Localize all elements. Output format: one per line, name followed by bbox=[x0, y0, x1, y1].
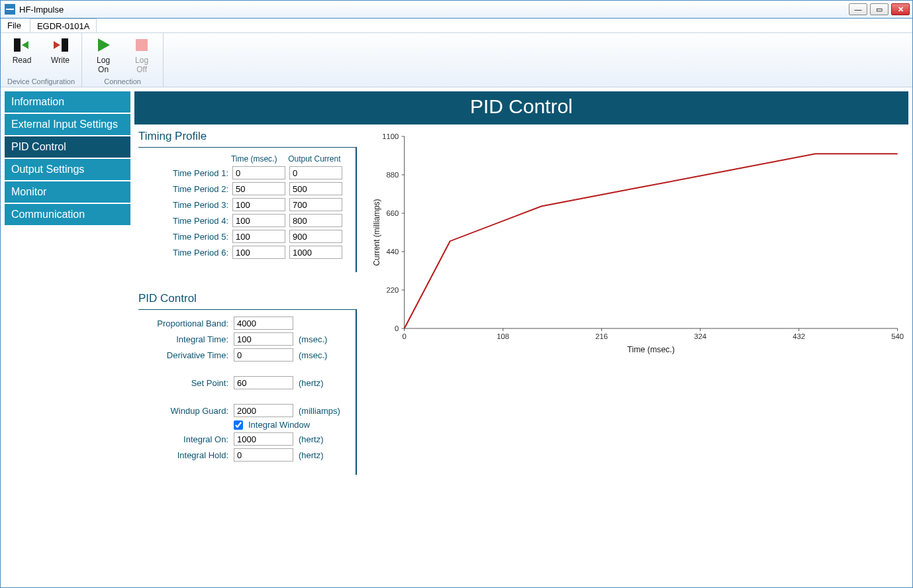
minimize-button[interactable]: — bbox=[849, 3, 867, 15]
ribbon-group-device-label: Device Configuration bbox=[7, 77, 75, 85]
timing-output-input-2[interactable] bbox=[289, 182, 342, 195]
svg-text:Time (msec.): Time (msec.) bbox=[627, 345, 675, 354]
timing-row-label: Time Period 3: bbox=[142, 200, 228, 210]
timing-row-label: Time Period 2: bbox=[142, 184, 228, 194]
timing-row: Time Period 6: bbox=[142, 246, 344, 259]
write-button[interactable]: Write bbox=[46, 36, 75, 65]
close-button[interactable]: ✕ bbox=[891, 3, 910, 15]
read-icon bbox=[13, 36, 31, 54]
timing-row-label: Time Period 5: bbox=[142, 232, 228, 242]
window-title: HF-Impulse bbox=[19, 5, 64, 15]
windup-label: Windup Guard: bbox=[142, 406, 228, 416]
logon-button[interactable]: Log On bbox=[89, 36, 118, 74]
proportional-label: Proportional Band: bbox=[142, 318, 228, 328]
setpoint-input[interactable] bbox=[234, 376, 293, 389]
integral-time-input[interactable] bbox=[234, 332, 293, 346]
read-button[interactable]: Read bbox=[7, 36, 36, 65]
sidebar-item-output-settings[interactable]: Output Settings bbox=[5, 159, 130, 180]
write-icon bbox=[51, 36, 70, 54]
pid-panel: Proportional Band: Integral Time: (msec.… bbox=[138, 309, 357, 475]
integral-on-input[interactable] bbox=[234, 432, 293, 446]
device-tab[interactable]: EGDR-0101A bbox=[30, 19, 97, 32]
ribbon-group-conn-label: Connection bbox=[89, 77, 156, 85]
integral-window-label: Integral Window bbox=[248, 420, 310, 430]
timing-row-label: Time Period 4: bbox=[142, 216, 228, 226]
timing-section-title: Timing Profile bbox=[138, 130, 357, 143]
timing-time-input-4[interactable] bbox=[232, 214, 285, 227]
sidebar-item-information[interactable]: Information bbox=[5, 91, 130, 113]
timing-output-input-4[interactable] bbox=[289, 214, 342, 227]
sidebar-item-monitor[interactable]: Monitor bbox=[5, 181, 130, 203]
windup-input[interactable] bbox=[234, 404, 293, 417]
svg-text:540: 540 bbox=[891, 332, 904, 340]
derivative-time-input[interactable] bbox=[234, 348, 293, 362]
timing-row-label: Time Period 1: bbox=[142, 168, 228, 178]
svg-text:440: 440 bbox=[386, 248, 399, 256]
timing-time-input-6[interactable] bbox=[232, 246, 285, 259]
timing-row-label: Time Period 6: bbox=[142, 248, 228, 258]
timing-col-time: Time (msec.) bbox=[230, 154, 281, 164]
integral-on-unit: (hertz) bbox=[299, 434, 324, 444]
timing-row: Time Period 4: bbox=[142, 214, 344, 227]
integral-time-unit: (msec.) bbox=[299, 334, 327, 344]
window-titlebar: HF-Impulse — ▭ ✕ bbox=[0, 0, 913, 19]
svg-text:0: 0 bbox=[395, 324, 399, 332]
timing-output-input-5[interactable] bbox=[289, 230, 342, 243]
timing-output-input-3[interactable] bbox=[289, 198, 342, 211]
svg-text:324: 324 bbox=[694, 332, 706, 340]
svg-rect-0 bbox=[14, 38, 21, 52]
sidebar: InformationExternal Input SettingsPID Co… bbox=[5, 91, 130, 583]
menu-file[interactable]: File bbox=[1, 19, 28, 32]
timing-row: Time Period 1: bbox=[142, 166, 344, 179]
timing-row: Time Period 2: bbox=[142, 182, 344, 195]
svg-rect-2 bbox=[136, 39, 148, 51]
timing-col-output: Output Current bbox=[287, 154, 344, 164]
setpoint-label: Set Point: bbox=[142, 378, 228, 388]
integral-hold-input[interactable] bbox=[234, 448, 293, 462]
derivative-time-unit: (msec.) bbox=[299, 350, 327, 360]
timing-chart: 022044066088011000108216324432540Time (m… bbox=[370, 130, 904, 475]
integral-on-label: Integral On: bbox=[142, 434, 228, 444]
timing-time-input-1[interactable] bbox=[232, 166, 285, 179]
sidebar-item-communication[interactable]: Communication bbox=[5, 204, 130, 225]
timing-row: Time Period 3: bbox=[142, 198, 344, 211]
integral-hold-unit: (hertz) bbox=[299, 450, 324, 460]
timing-row: Time Period 5: bbox=[142, 230, 344, 243]
pid-section-title: PID Control bbox=[138, 292, 357, 305]
svg-text:660: 660 bbox=[386, 209, 399, 217]
svg-text:108: 108 bbox=[497, 332, 509, 340]
svg-text:220: 220 bbox=[386, 286, 399, 294]
svg-text:Current (milliamps): Current (milliamps) bbox=[372, 199, 381, 266]
timing-time-input-5[interactable] bbox=[232, 230, 285, 243]
timing-panel: Time (msec.) Output Current Time Period … bbox=[138, 147, 357, 272]
svg-text:0: 0 bbox=[403, 332, 407, 340]
svg-text:880: 880 bbox=[386, 171, 399, 179]
svg-text:432: 432 bbox=[793, 332, 805, 340]
timing-output-input-1[interactable] bbox=[289, 166, 342, 179]
menubar: File EGDR-0101A bbox=[1, 19, 912, 33]
derivative-time-label: Derivative Time: bbox=[142, 350, 228, 360]
svg-text:216: 216 bbox=[595, 332, 608, 340]
play-icon bbox=[94, 36, 113, 54]
integral-time-label: Integral Time: bbox=[142, 334, 228, 344]
sidebar-item-pid-control[interactable]: PID Control bbox=[5, 136, 130, 158]
proportional-input[interactable] bbox=[234, 317, 293, 330]
ribbon: Read Write Device Configuration Log On L… bbox=[1, 33, 912, 87]
windup-unit: (milliamps) bbox=[299, 406, 340, 416]
page-title: PID Control bbox=[134, 91, 908, 124]
app-icon bbox=[5, 4, 15, 15]
setpoint-unit: (hertz) bbox=[299, 378, 324, 388]
integral-hold-label: Integral Hold: bbox=[142, 450, 228, 460]
svg-rect-1 bbox=[62, 38, 68, 52]
svg-text:1100: 1100 bbox=[382, 132, 399, 140]
timing-time-input-2[interactable] bbox=[232, 182, 285, 195]
maximize-button[interactable]: ▭ bbox=[870, 3, 889, 15]
integral-window-checkbox[interactable] bbox=[234, 420, 243, 430]
logoff-button[interactable]: Log Off bbox=[127, 36, 156, 74]
timing-time-input-3[interactable] bbox=[232, 198, 285, 211]
stop-icon bbox=[132, 36, 151, 54]
timing-output-input-6[interactable] bbox=[289, 246, 342, 259]
sidebar-item-external-input-settings[interactable]: External Input Settings bbox=[5, 114, 130, 135]
